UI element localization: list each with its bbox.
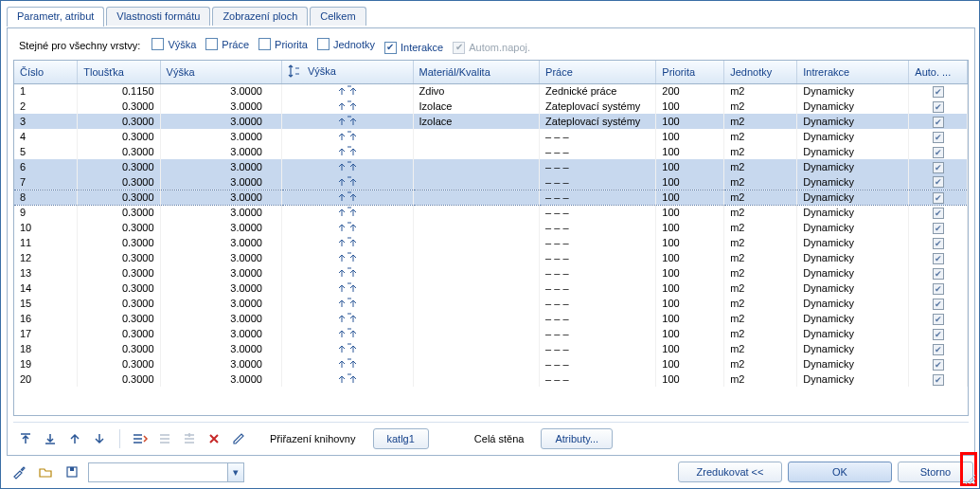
auto-checkbox-icon[interactable] [933,176,944,188]
table-row[interactable]: 30.30003.0000IzolaceZateplovací systémy1… [14,114,968,129]
table-row[interactable]: 180.30003.0000– – –100m2Dynamicky [14,341,968,356]
col-header-material[interactable]: Materiál/Kvalita [413,61,540,84]
height-ref-cell[interactable] [281,296,413,311]
table-row[interactable]: 190.30003.0000– – –100m2Dynamicky [14,356,968,371]
move-up-button[interactable] [64,428,85,449]
auto-checkbox-icon[interactable] [933,299,944,310]
auto-checkbox-icon[interactable] [933,208,944,219]
svg-rect-1 [70,467,74,471]
auto-checkbox-icon[interactable] [933,101,944,113]
auto-checkbox-icon[interactable] [933,253,944,264]
table-row[interactable]: 70.30003.0000– – –100m2Dynamicky [14,174,968,190]
insert-layer-button[interactable] [130,428,151,449]
table-row[interactable]: 200.30003.0000– – –100m2Dynamicky [14,371,968,387]
auto-checkbox-icon[interactable] [933,147,944,158]
height-ref-cell[interactable] [281,265,413,281]
height-ref-cell[interactable] [281,99,413,114]
checkbox-box-icon [384,42,397,54]
resize-grip-icon[interactable] [962,471,977,486]
checkbox-vyska[interactable]: Výška [151,38,196,50]
table-row[interactable]: 90.30003.0000– – –100m2Dynamicky [14,205,968,220]
height-ref-cell[interactable] [281,174,413,190]
move-top-button[interactable] [15,428,36,449]
height-ref-cell[interactable] [281,326,413,341]
move-down-button[interactable] [89,428,110,449]
height-ref-cell[interactable] [281,235,413,250]
ok-button[interactable]: OK [788,462,892,482]
height-ref-cell[interactable] [281,159,413,174]
height-ref-cell[interactable] [281,205,413,220]
move-bottom-button[interactable] [40,428,61,449]
table-row[interactable]: 100.30003.0000– – –100m2Dynamicky [14,220,968,235]
col-header-vyska-icon[interactable]: Výška [281,61,413,84]
height-ref-cell[interactable] [281,356,413,371]
col-header-interakce[interactable]: Intrerakce [797,61,909,84]
col-header-cislo[interactable]: Číslo [14,61,78,84]
auto-checkbox-icon[interactable] [933,359,944,371]
catalog-button[interactable]: katlg1 [373,428,429,449]
auto-checkbox-icon[interactable] [933,117,944,128]
delete-layer-button[interactable] [204,428,224,449]
edit-layer-button[interactable] [228,428,249,449]
table-row[interactable]: 110.30003.0000– – –100m2Dynamicky [14,235,968,250]
tab-1[interactable]: Vlastnosti formátu [106,7,210,26]
reduce-button[interactable]: Zredukovat << [678,462,782,482]
checkbox-jednotky[interactable]: Jednotky [317,38,375,50]
table-row[interactable]: 140.30003.0000– – –100m2Dynamicky [14,281,968,296]
auto-checkbox-icon[interactable] [933,344,944,355]
checkbox-interakce[interactable]: Interakce [384,42,443,54]
height-ref-cell[interactable] [281,144,413,159]
col-header-prace[interactable]: Práce [540,61,656,84]
table-row[interactable]: 40.30003.0000– – –100m2Dynamicky [14,129,968,144]
tab-0[interactable]: Parametr, atribut [7,7,104,27]
table-row[interactable]: 160.30003.0000– – –100m2Dynamicky [14,311,968,326]
height-ref-cell[interactable] [281,190,413,205]
favorites-combo[interactable]: ▾ [88,462,244,482]
table-row[interactable]: 80.30003.0000– – –100m2Dynamicky [14,190,968,205]
auto-checkbox-icon[interactable] [933,238,944,249]
layers-table-wrap[interactable]: Číslo Tloušťka Výška Výška Materiál/Kval… [13,60,969,417]
col-header-vyska[interactable]: Výška [160,61,281,84]
height-ref-cell[interactable] [281,220,413,235]
eyedropper-button[interactable] [9,462,29,482]
table-row[interactable]: 10.11503.0000ZdivoZednické práce200m2Dyn… [14,83,968,99]
height-ref-cell[interactable] [281,83,413,99]
height-ref-cell[interactable] [281,129,413,144]
table-row[interactable]: 20.30003.0000IzolaceZateplovací systémy1… [14,99,968,114]
favorites-combo-input[interactable] [89,463,227,481]
height-ref-cell[interactable] [281,114,413,129]
open-favorite-button[interactable] [35,462,56,482]
auto-checkbox-icon[interactable] [933,374,944,386]
height-ref-cell[interactable] [281,311,413,326]
height-ref-cell[interactable] [281,341,413,356]
auto-checkbox-icon[interactable] [933,223,944,234]
auto-checkbox-icon[interactable] [933,283,944,295]
checkbox-prace[interactable]: Práce [205,38,249,50]
auto-checkbox-icon[interactable] [933,86,944,98]
table-row[interactable]: 120.30003.0000– – –100m2Dynamicky [14,250,968,265]
auto-checkbox-icon[interactable] [933,162,944,173]
auto-checkbox-icon[interactable] [933,132,944,143]
table-row[interactable]: 150.30003.0000– – –100m2Dynamicky [14,296,968,311]
tab-3[interactable]: Celkem [310,7,365,26]
height-ref-cell[interactable] [281,281,413,296]
auto-checkbox-icon[interactable] [933,329,944,340]
chevron-down-icon[interactable]: ▾ [227,463,243,481]
auto-checkbox-icon[interactable] [933,192,944,204]
auto-checkbox-icon[interactable] [933,268,944,280]
auto-checkbox-icon[interactable] [933,314,944,325]
col-header-priorita[interactable]: Priorita [656,61,724,84]
col-header-auto[interactable]: Auto. ... [909,61,968,84]
tab-2[interactable]: Zobrazení ploch [212,7,308,26]
table-row[interactable]: 60.30003.0000– – –100m2Dynamicky [14,159,968,174]
save-favorite-button[interactable] [62,462,82,482]
attributes-button[interactable]: Atributy... [541,428,613,449]
col-header-jednotky[interactable]: Jednotky [724,61,797,84]
table-row[interactable]: 170.30003.0000– – –100m2Dynamicky [14,326,968,341]
height-ref-cell[interactable] [281,250,413,265]
table-row[interactable]: 130.30003.0000– – –100m2Dynamicky [14,265,968,281]
col-header-tloustka[interactable]: Tloušťka [78,61,160,84]
height-ref-cell[interactable] [281,371,413,387]
checkbox-priorita[interactable]: Priorita [258,38,308,50]
table-row[interactable]: 50.30003.0000– – –100m2Dynamicky [14,144,968,159]
